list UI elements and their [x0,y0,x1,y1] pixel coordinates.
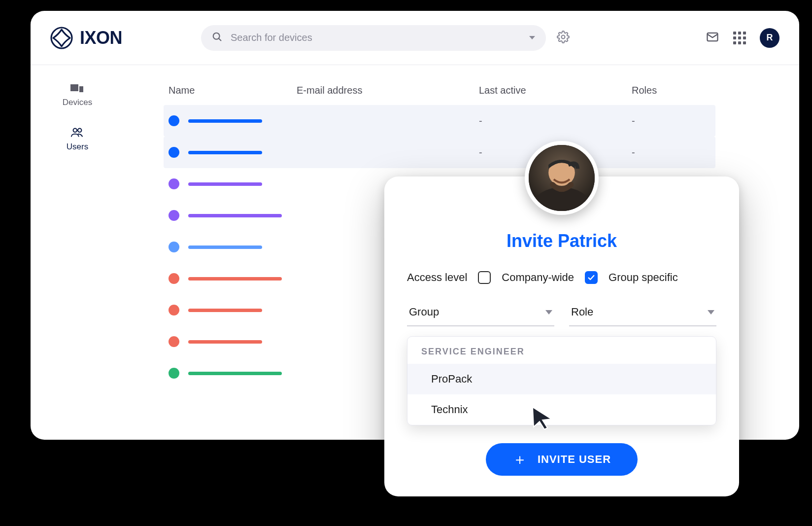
user-status-dot [169,273,179,284]
user-status-dot [169,115,179,126]
invite-avatar [525,141,599,215]
group-specific-checkbox[interactable] [585,271,598,284]
dropdown-option[interactable]: ProPack [407,364,716,394]
search-bar[interactable] [201,25,546,51]
svg-point-2 [562,35,565,38]
col-roles: Roles [632,85,710,96]
col-name: Name [169,85,297,96]
dropdown-option[interactable]: Technix [407,394,716,425]
search-icon [212,32,223,44]
brand-logo[interactable]: IXON [50,27,122,49]
search-input[interactable] [231,32,521,43]
apps-grid-icon[interactable] [733,32,746,44]
user-status-dot [169,178,179,189]
invite-title: Invite Patrick [407,231,716,251]
svg-line-1 [219,38,221,40]
role-select-label: Role [571,306,593,318]
group-select[interactable]: Group [407,301,554,326]
settings-gear-icon[interactable] [557,31,570,45]
roles-cell: - [632,147,710,158]
role-select[interactable]: Role [569,301,716,326]
user-name-placeholder [188,309,262,312]
group-dropdown: SERVICE ENGINEER ProPack Technix [407,336,716,425]
user-name-placeholder [188,151,262,154]
col-active: Last active [479,85,632,96]
user-status-dot [169,242,179,252]
access-level-row: Access level Company-wide Group specific [407,271,716,284]
sidebar: Devices Users [31,65,124,440]
user-name-placeholder [188,277,282,281]
group-select-label: Group [409,306,439,318]
sidebar-item-devices[interactable]: Devices [63,83,92,107]
access-level-label: Access level [407,271,467,284]
sidebar-item-label: Devices [63,98,92,107]
roles-cell: - [632,115,710,127]
user-name-placeholder [188,182,262,186]
user-status-dot [169,368,179,379]
svg-rect-4 [70,84,78,91]
invite-user-button[interactable]: ＋ INVITE USER [486,443,638,476]
company-wide-checkbox[interactable] [478,271,491,284]
user-status-dot [169,305,179,316]
col-email: E-mail address [297,85,479,96]
last-active-cell: - [479,115,632,127]
invite-user-modal: Invite Patrick Access level Company-wide… [384,176,739,496]
invite-button-label: INVITE USER [538,453,611,466]
user-name-placeholder [188,214,282,217]
app-header: IXON [31,11,799,65]
group-specific-label: Group specific [609,271,678,284]
brand-name: IXON [80,28,122,48]
user-name-placeholder [188,372,282,375]
svg-rect-5 [79,86,83,92]
user-name-placeholder [188,245,262,249]
svg-point-7 [78,129,82,133]
user-status-dot [169,147,179,158]
users-icon [70,127,85,138]
user-name-placeholder [188,340,262,344]
user-status-dot [169,210,179,221]
user-name-placeholder [188,119,262,123]
dropdown-section-header: SERVICE ENGINEER [407,337,716,364]
brand-logo-icon [50,27,73,49]
devices-icon [70,83,85,94]
table-row[interactable]: -- [164,137,715,168]
sidebar-item-label: Users [67,142,88,152]
company-wide-label: Company-wide [502,271,574,284]
table-row[interactable]: -- [164,105,715,137]
sidebar-item-users[interactable]: Users [67,127,88,152]
svg-point-6 [73,129,77,133]
chevron-down-icon [545,310,552,315]
chevron-down-icon [708,310,714,315]
user-avatar[interactable]: R [760,28,779,48]
table-header: Name E-mail address Last active Roles [164,80,715,105]
search-dropdown-icon[interactable] [529,36,535,39]
user-status-dot [169,336,179,347]
header-actions: R [706,28,779,48]
mail-icon[interactable] [706,30,719,46]
